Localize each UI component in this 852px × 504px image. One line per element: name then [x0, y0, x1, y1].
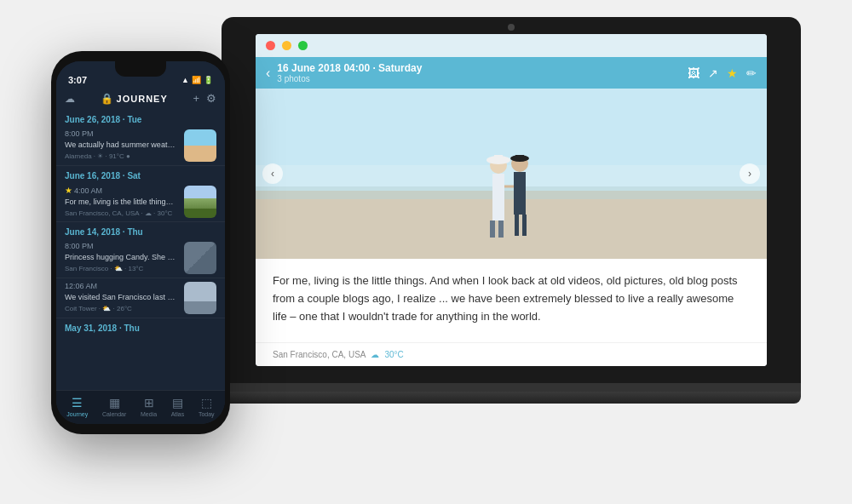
- entry-group-date-1: June 26, 2018 · Tue: [56, 110, 225, 126]
- phone-notch: [115, 61, 166, 77]
- nav-item-atlas[interactable]: ▤ Atlas: [171, 396, 185, 417]
- edit-icon[interactable]: ✏: [746, 66, 757, 80]
- lock-icon: 🔒: [101, 93, 113, 105]
- photo-icon[interactable]: 🖼: [688, 66, 699, 80]
- entry-item-content: ★4:00 AM For me, living is the little th…: [65, 186, 177, 217]
- laptop-hinge: [222, 383, 801, 392]
- entry-photos-count: 3 photos: [277, 74, 422, 83]
- calendar-nav-icon: ▦: [109, 396, 120, 410]
- calendar-nav-label: Calendar: [102, 411, 126, 417]
- entry-text: Princess hugging Candy. She was docile a…: [65, 252, 177, 263]
- sf-thumb-image: [184, 282, 216, 314]
- entry-weather-icon: ☁: [371, 350, 379, 359]
- back-button[interactable]: ‹: [266, 66, 270, 81]
- app-name: JOURNEY: [117, 94, 168, 104]
- battery-icon: 🔋: [204, 76, 213, 84]
- media-nav-label: Media: [141, 411, 157, 417]
- phone-entries-list: June 26, 2018 · Tue 8:00 PM We actually …: [56, 110, 225, 390]
- atlas-nav-label: Atlas: [171, 411, 185, 417]
- laptop-screen: ‹ 16 June 2018 04:00 · Saturday 3 photos…: [256, 34, 767, 366]
- nav-item-media[interactable]: ⊞ Media: [141, 396, 157, 417]
- entry-header-left: ‹ 16 June 2018 04:00 · Saturday 3 photos: [266, 62, 422, 83]
- entry-group-date-2: June 16, 2018 · Sat: [56, 166, 225, 182]
- settings-button[interactable]: ⚙: [206, 92, 216, 105]
- entry-text: We actually had summer weather today! We…: [65, 140, 177, 151]
- entry-group-date-3: June 14, 2018 · Thu: [56, 222, 225, 238]
- add-button[interactable]: +: [193, 92, 199, 105]
- maximize-dot[interactable]: [298, 41, 308, 50]
- entry-time: 8:00 PM: [65, 242, 177, 250]
- entry-temperature: 30°C: [384, 350, 403, 359]
- svg-rect-6: [490, 220, 495, 238]
- nav-item-journey[interactable]: ☰ Journey: [66, 396, 88, 417]
- nav-item-today[interactable]: ⬚ Today: [199, 396, 215, 417]
- entry-photo-area: ‹ ›: [256, 89, 767, 259]
- nav-item-calendar[interactable]: ▦ Calendar: [102, 396, 126, 417]
- entry-meta: Coit Tower · ⛅ · 26°C: [65, 305, 177, 312]
- entry-time: 12:06 AM: [65, 282, 177, 290]
- entry-thumbnail: [184, 186, 216, 218]
- entry-footer: San Francisco, CA, USA ☁ 30°C: [256, 342, 767, 366]
- beach-thumb-image: [184, 129, 216, 162]
- entry-item-content: 8:00 PM We actually had summer weather t…: [65, 129, 177, 160]
- close-dot[interactable]: [266, 41, 275, 50]
- star-icon[interactable]: ★: [727, 66, 738, 80]
- list-item[interactable]: 12:06 AM We visited San Francisco last y…: [56, 278, 225, 318]
- laptop-body: ‹ 16 June 2018 04:00 · Saturday 3 photos…: [222, 17, 801, 383]
- entry-item-content: 12:06 AM We visited San Francisco last y…: [65, 282, 177, 312]
- journey-nav-label: Journey: [66, 411, 88, 417]
- entry-text-area: For me, living is the little things. And…: [256, 259, 767, 342]
- svg-rect-2: [256, 191, 767, 259]
- entry-text: For me, living is the little things. And…: [65, 197, 177, 208]
- mac-titlebar: [256, 34, 767, 57]
- phone-screen: 3:07 ▲ 📶 🔋 ☁ 🔒 JOURNEY + ⚙ June 26, 2018…: [56, 61, 225, 424]
- svg-rect-13: [522, 215, 527, 236]
- today-nav-icon: ⬚: [201, 396, 212, 410]
- laptop-camera: [508, 24, 515, 31]
- photo-prev-button[interactable]: ‹: [262, 163, 283, 184]
- entry-item-content: 8:00 PM Princess hugging Candy. She was …: [65, 242, 177, 272]
- laptop: ‹ 16 June 2018 04:00 · Saturday 3 photos…: [222, 17, 801, 477]
- today-nav-label: Today: [199, 411, 215, 417]
- share-icon[interactable]: ↗: [708, 66, 718, 80]
- photo-next-button[interactable]: ›: [740, 163, 760, 184]
- entry-location: San Francisco, CA, USA: [273, 350, 366, 359]
- laptop-stand: [222, 383, 801, 404]
- entry-group-date-4: May 31, 2018 · Thu: [56, 318, 225, 335]
- phone: 3:07 ▲ 📶 🔋 ☁ 🔒 JOURNEY + ⚙ June 26, 2018…: [51, 51, 230, 434]
- entry-time: 8:00 PM: [65, 129, 177, 138]
- entry-thumbnail: [184, 282, 216, 314]
- entry-header: ‹ 16 June 2018 04:00 · Saturday 3 photos…: [256, 57, 767, 89]
- phone-header: ☁ 🔒 JOURNEY + ⚙: [56, 89, 225, 110]
- entry-text: We visited San Francisco last year, but …: [65, 292, 177, 303]
- cloud-icon: ☁: [65, 93, 75, 105]
- svg-rect-3: [256, 186, 767, 199]
- svg-rect-7: [498, 220, 504, 238]
- list-item[interactable]: 8:00 PM Princess hugging Candy. She was …: [56, 238, 225, 278]
- entry-body-text: For me, living is the little things. And…: [273, 272, 750, 325]
- svg-rect-12: [515, 215, 519, 236]
- minimize-dot[interactable]: [282, 41, 291, 50]
- svg-rect-11: [514, 172, 526, 215]
- svg-rect-15: [515, 155, 524, 160]
- media-nav-icon: ⊞: [144, 396, 154, 410]
- entry-meta: Alameda · ☀ · 91°C ●: [65, 152, 177, 160]
- people-thumb-image: [184, 186, 216, 218]
- entry-meta: San Francisco · ⛅ · 13°C: [65, 265, 177, 272]
- list-item[interactable]: ★4:00 AM For me, living is the little th…: [56, 182, 225, 222]
- list-item[interactable]: 8:00 PM We actually had summer weather t…: [56, 126, 225, 166]
- entry-time: ★4:00 AM: [65, 186, 177, 195]
- signal-icon: ▲: [181, 76, 189, 84]
- entry-thumbnail: [184, 129, 216, 162]
- phone-logo: 🔒 JOURNEY: [101, 93, 168, 105]
- svg-rect-9: [494, 155, 503, 162]
- starred-badge: ★: [65, 186, 72, 195]
- status-icons: ▲ 📶 🔋: [181, 76, 213, 84]
- entry-date: 16 June 2018 04:00 · Saturday: [277, 62, 422, 74]
- phone-bottom-nav: ☰ Journey ▦ Calendar ⊞ Media ▤ Atlas ⬚ T…: [56, 390, 225, 424]
- atlas-nav-icon: ▤: [172, 396, 183, 410]
- entry-header-right: 🖼 ↗ ★ ✏: [688, 66, 757, 80]
- entry-content: ‹ › For me, living is the little things.…: [256, 89, 767, 366]
- svg-rect-5: [492, 174, 504, 220]
- phone-header-right: + ⚙: [193, 92, 216, 105]
